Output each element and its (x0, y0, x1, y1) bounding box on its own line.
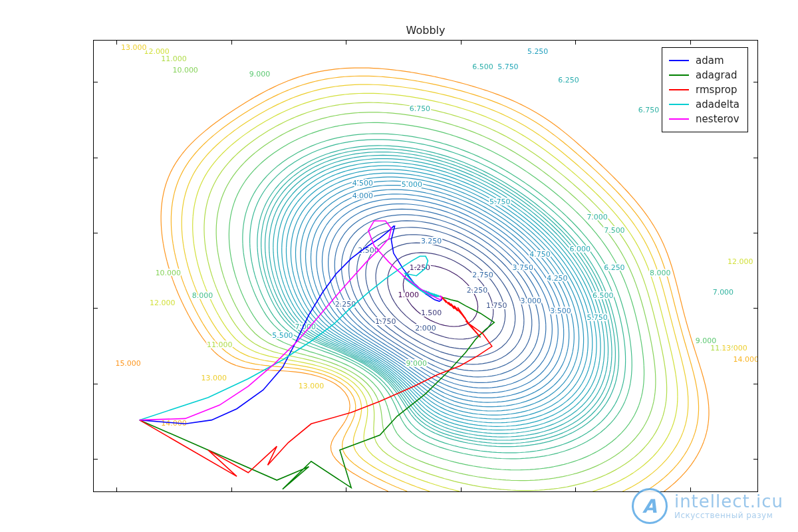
contour-label: 13.000 (121, 43, 146, 52)
contour-label: 2.250 (467, 286, 487, 295)
watermark-subtitle: Искусственный разум (674, 511, 783, 520)
plot-surface: 1.2501.0001.5001.7501.7502.0002.2502.250… (94, 41, 757, 491)
watermark-title: intellect.icu (674, 492, 783, 511)
contour-label: 2.750 (472, 271, 493, 279)
contour-label: 6.750 (638, 106, 659, 114)
chart-axes: 1.2501.0001.5001.7501.7502.0002.2502.250… (93, 40, 758, 492)
contour-label: 12.000 (144, 47, 169, 56)
contour-label: 6.500 (472, 63, 493, 71)
contour-label: 5.500 (272, 331, 293, 340)
contour-label: 11.000 (161, 55, 186, 63)
legend-label: adadelta (696, 98, 739, 110)
contour-label: 5.250 (527, 47, 548, 56)
contour-label: 7.500 (604, 226, 624, 235)
contour-label: 4.750 (529, 250, 550, 259)
legend-item-nesterov: nesterov (669, 112, 739, 126)
contour-label: 1.750 (375, 317, 396, 326)
watermark-text: intellect.icu Искусственный разум (674, 492, 783, 520)
contour-label: 9.000 (249, 70, 270, 78)
contour-label: 1.000 (398, 291, 418, 299)
contour-label: 6.250 (604, 263, 624, 272)
contour-label: 1.500 (421, 309, 442, 317)
chart-title: Wobbly (93, 24, 758, 37)
contour-label: 8.000 (192, 291, 213, 300)
contour-label: 6.250 (558, 76, 579, 84)
legend-swatch (669, 104, 689, 105)
contour-line (161, 68, 709, 491)
contour-line (171, 76, 698, 491)
contour-label: 13.000 (722, 344, 747, 352)
legend: adam adagrad rmsprop adadelta nesterov (662, 47, 748, 132)
contour-label: 5.750 (587, 313, 607, 322)
contour-label: 7.000 (587, 213, 607, 221)
contour-label: 6.500 (593, 291, 613, 300)
contour-label: 1.250 (410, 263, 430, 272)
contour-line (182, 84, 688, 491)
legend-label: nesterov (696, 113, 739, 125)
contour-label: 6.750 (410, 104, 430, 113)
contour-label: 1.750 (486, 301, 507, 310)
contour-label: 3.000 (521, 297, 541, 305)
contour-label: 11.000 (207, 340, 232, 349)
legend-label: adam (696, 55, 724, 66)
watermark: A intellect.icu Искусственный разум (632, 488, 783, 524)
contour-label: 5.750 (497, 63, 518, 71)
legend-item-adam: adam (669, 53, 739, 68)
watermark-logo-icon: A (632, 488, 668, 524)
contour-label: 10.000 (156, 269, 181, 277)
legend-label: adagrad (696, 69, 737, 81)
contour-label: 4.250 (547, 274, 567, 283)
legend-swatch (669, 89, 689, 90)
legend-label: rmsprop (696, 84, 737, 96)
contour-label: 15.000 (115, 359, 140, 368)
contour-label: 13.000 (299, 382, 324, 390)
legend-item-rmsprop: rmsprop (669, 82, 739, 97)
contour-label: 3.750 (513, 263, 533, 272)
contour-label: 2.000 (415, 324, 436, 332)
contour-label: 2.250 (335, 300, 356, 309)
contour-label: 14.000 (733, 355, 758, 364)
legend-swatch (669, 60, 689, 61)
legend-item-adagrad: adagrad (669, 68, 739, 82)
legend-item-adadelta: adadelta (669, 97, 739, 112)
contour-label: 4.000 (352, 192, 373, 200)
contour-label: 4.500 (352, 179, 373, 188)
legend-swatch (669, 74, 689, 76)
legend-swatch (669, 118, 689, 120)
figure: Wobbly 1.2501.0001.5001.7501.7502.0002.2… (0, 0, 798, 532)
contour-label: 12.000 (150, 299, 175, 308)
contour-label: 6.000 (570, 245, 591, 253)
contour-label: 3.500 (550, 307, 571, 315)
contour-label: 7.000 (713, 288, 733, 297)
contour-label: 12.000 (728, 257, 753, 266)
contour-label: 8.000 (650, 269, 670, 277)
contour-label: 5.000 (402, 180, 422, 189)
contour-label: 3.250 (421, 237, 442, 245)
contour-label: 5.750 (489, 198, 510, 206)
contour-label: 9.000 (406, 359, 427, 368)
contour-label: 13.000 (201, 374, 226, 383)
contour-label: 10.000 (172, 66, 198, 74)
